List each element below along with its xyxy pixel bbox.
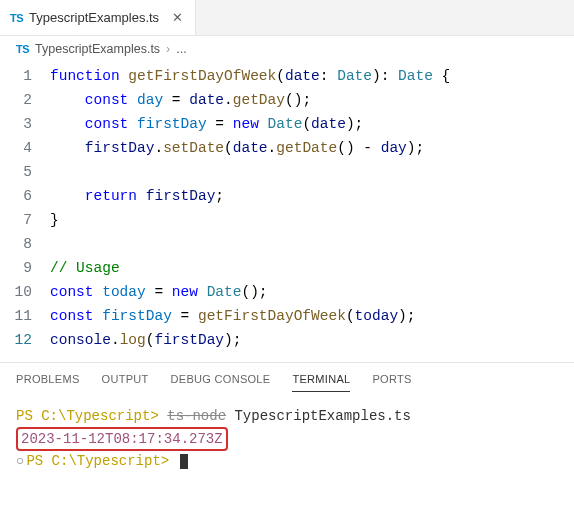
code-content[interactable]: function getFirstDayOfWeek(date: Date): … — [50, 64, 574, 352]
tab-debug-console[interactable]: DEBUG CONSOLE — [171, 373, 271, 392]
tab-bar: TS TypescriptExamples.ts ✕ — [0, 0, 574, 36]
circle-icon: ○ — [16, 453, 24, 469]
typescript-icon: TS — [16, 43, 29, 55]
code-editor[interactable]: 123456789101112 function getFirstDayOfWe… — [0, 62, 574, 362]
terminal-line: PS C:\Typescript> ts-node TypescriptExam… — [16, 406, 558, 426]
editor-tab[interactable]: TS TypescriptExamples.ts ✕ — [0, 0, 196, 35]
breadcrumb-filename: TypescriptExamples.ts — [35, 42, 160, 56]
tab-terminal[interactable]: TERMINAL — [292, 373, 350, 392]
breadcrumb-ellipsis: ... — [176, 42, 186, 56]
tab-filename: TypescriptExamples.ts — [29, 10, 159, 25]
terminal-cursor — [180, 454, 188, 469]
tab-output[interactable]: OUTPUT — [102, 373, 149, 392]
panel-tab-bar: PROBLEMS OUTPUT DEBUG CONSOLE TERMINAL P… — [0, 362, 574, 392]
line-number-gutter: 123456789101112 — [0, 64, 50, 352]
chevron-right-icon: › — [166, 42, 170, 56]
terminal-panel[interactable]: PS C:\Typescript> ts-node TypescriptExam… — [0, 392, 574, 485]
tab-problems[interactable]: PROBLEMS — [16, 373, 80, 392]
tab-ports[interactable]: PORTS — [372, 373, 411, 392]
close-icon[interactable]: ✕ — [169, 10, 185, 25]
breadcrumb[interactable]: TS TypescriptExamples.ts › ... — [0, 36, 574, 62]
terminal-line: ○PS C:\Typescript> — [16, 451, 558, 471]
typescript-icon: TS — [10, 12, 23, 24]
terminal-output-highlight: 2023-11-12T08:17:34.273Z — [16, 426, 558, 451]
